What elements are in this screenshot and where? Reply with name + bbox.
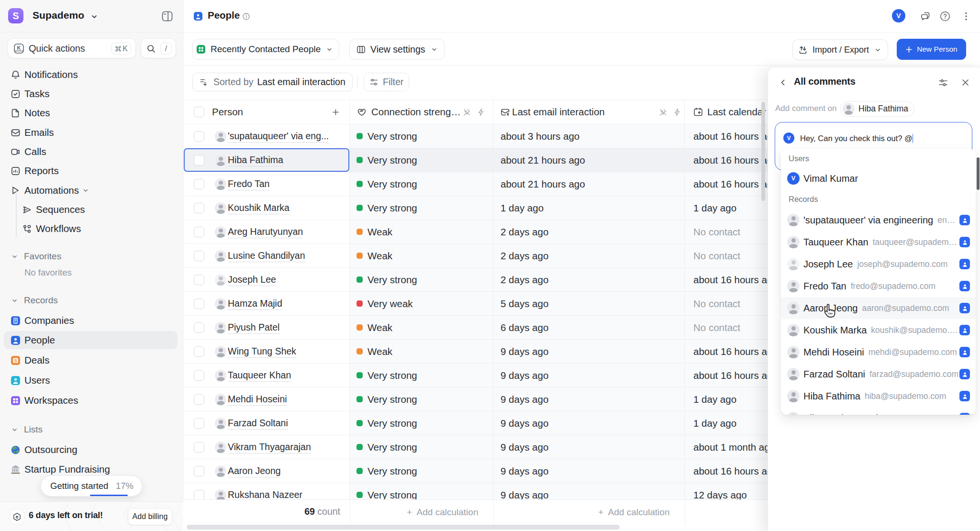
svg-text:K: K bbox=[17, 45, 21, 51]
svg-text:S: S bbox=[14, 358, 17, 363]
